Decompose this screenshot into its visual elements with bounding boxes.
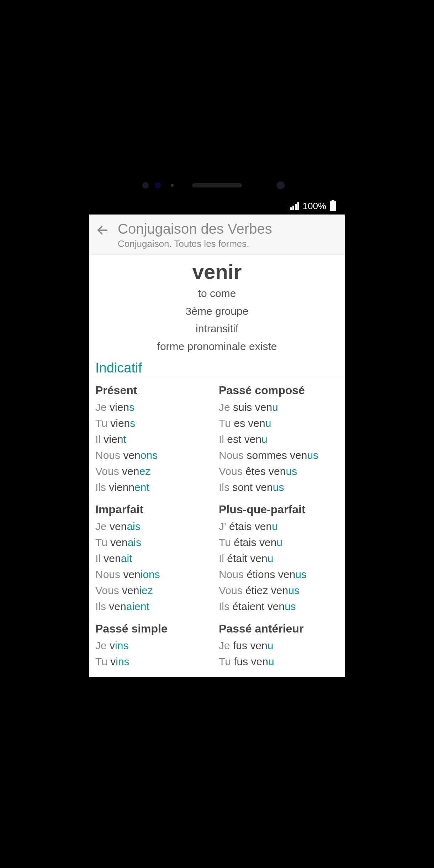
conjugation-row: Vous veniez [95,582,215,598]
tense-title: Imparfait [95,503,215,516]
status-bar: 100% [89,198,345,215]
verb-ending: ais [128,536,141,548]
verb-ending: ons [141,449,158,461]
verb-stem: v [107,640,115,651]
verb-header: venir to come 3ème groupe intransitif fo… [89,255,345,360]
conjugation-row: Je suis venu [219,399,339,415]
mood-label: Indicatif [89,360,345,378]
tense-block: Passé composéJe suis venuTu es venuIl es… [219,384,339,495]
tense-block: PrésentJe viensTu viensIl vientNous veno… [95,384,215,495]
verb-transitivity: intransitif [96,321,338,337]
verb-ending: us [288,584,300,596]
phone-chin [89,677,345,695]
verb-ending: u [276,536,282,548]
verb-stem: v [107,656,116,667]
app-screen: Conjugaison des Verbes Conjugaison. Tout… [89,215,345,677]
conjugation-row: Tu es venu [219,415,339,431]
conjugation-row: Vous êtes venus [219,463,339,479]
pronoun: Vous [219,584,243,596]
verb-stem: ven [107,520,127,532]
pronoun: Il [219,433,224,445]
pronoun: Nous [219,449,244,461]
verb-ending: s [130,417,135,429]
pronoun: Il [219,552,224,564]
conjugation-row: Tu étais venu [219,534,339,550]
header-titles: Conjugaison des Verbes Conjugaison. Tout… [118,221,338,249]
tense-block: Passé simpleJe vinsTu vins [95,622,215,669]
conjugation-row: Il vient [95,431,215,447]
pronoun: Ils [219,481,229,493]
pronoun: Je [219,401,230,413]
conjugation-row: Il venait [95,550,215,566]
verb-group: 3ème groupe [96,303,338,319]
verb-stem: ven [120,568,141,580]
conjugation-row: J' étais venu [219,518,339,534]
conjugation-row: Il est venu [219,431,339,447]
pronoun: Tu [95,656,107,667]
verb-ending: us [286,465,297,477]
pronoun: Vous [95,584,119,596]
verb-stem: sommes ven [244,449,307,461]
pronoun: Il [95,433,101,445]
conjugation-row: Ils viennent [95,479,215,495]
tense-grid: PrésentJe viensTu viensIl vientNous veno… [89,378,345,677]
pronoun: Je [95,640,107,651]
conjugation-row: Nous venons [95,447,215,463]
verb-ending: u [268,656,274,667]
phone-notch [89,173,345,198]
tense-block: ImparfaitJe venaisTu venaisIl venaitNous… [95,503,215,614]
verb-stem: vien [107,417,130,429]
pronoun: Je [95,520,107,532]
conjugation-row: Vous étiez venus [219,582,339,598]
verb-ending: iez [139,584,153,596]
verb-ending: ins [115,640,128,651]
camera-icon [277,181,285,189]
phone-inner: 100% Conjugaison des Verbes Conjugaison.… [89,173,345,695]
sensor-icon [171,184,174,187]
pronoun: Tu [95,417,107,429]
verb-ending: ait [121,552,132,564]
verb-pronominal: forme pronominale existe [96,339,338,354]
tense-title: Présent [95,384,215,397]
conjugation-row: Vous venez [95,463,215,479]
speaker-grill [192,183,242,187]
verb-ending: t [123,433,126,445]
verb-ending: ions [141,568,160,580]
verb-stem: vien [107,401,129,413]
pronoun: Je [95,401,107,413]
conjugation-row: Tu venais [95,534,215,550]
verb-infinitive: venir [96,260,338,284]
verb-stem: vienn [106,481,134,493]
conjugation-row: Tu fus venu [219,653,339,669]
verb-ending: ent [134,481,149,493]
conjugation-row: Il était venu [219,550,339,566]
verb-stem: fus ven [231,656,268,667]
back-button[interactable] [96,221,109,239]
verb-stem: êtes ven [243,465,286,477]
verb-stem: ven [119,584,139,596]
conjugation-row: Ils venaient [95,598,215,614]
verb-stem: ven [119,465,139,477]
verb-ending: ez [139,465,150,477]
pronoun: Tu [95,536,107,548]
verb-stem: est ven [224,433,261,445]
camera-icon [155,182,161,189]
conjugation-row: Nous étions venus [219,566,339,582]
app-title: Conjugaison des Verbes [118,221,338,237]
verb-ending: ins [116,656,129,667]
pronoun: J' [219,520,226,532]
verb-ending: u [268,640,274,651]
signal-icon [290,202,299,210]
battery-percent: 100% [303,201,327,212]
verb-stem: ven [120,449,141,461]
pronoun: Nous [219,568,244,580]
battery-icon [330,201,336,211]
conjugation-row: Je fus venu [219,637,339,653]
tense-title: Passé simple [95,622,215,635]
verb-stem: sont ven [229,481,273,493]
pronoun: Je [219,640,230,651]
pronoun: Vous [219,465,243,477]
conjugation-row: Je vins [95,637,215,653]
pronoun: Tu [219,417,231,429]
verb-ending: us [295,568,307,580]
